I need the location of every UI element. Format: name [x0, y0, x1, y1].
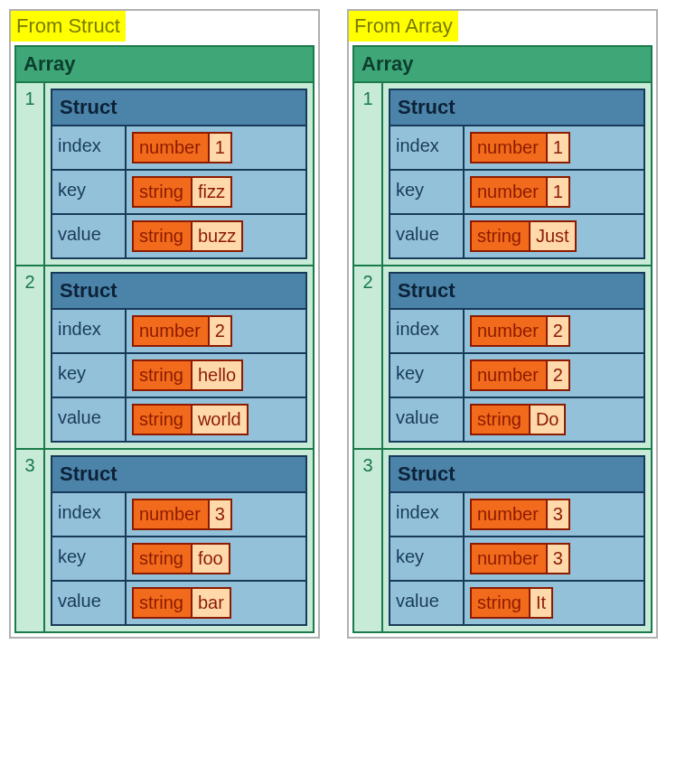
struct-key-label: index: [390, 126, 465, 169]
type-label: number: [472, 178, 546, 206]
struct-row: index number 2: [52, 310, 305, 354]
typed-value: string foo: [132, 543, 230, 574]
value-label: It: [529, 589, 551, 617]
type-label: number: [134, 134, 208, 162]
array-row: 2 Struct index number 2: [16, 266, 313, 450]
type-label: string: [472, 589, 529, 617]
array-index: 3: [16, 450, 45, 631]
array-row: 1 Struct index number 1: [354, 83, 651, 266]
struct-block: Struct index number 1 key: [51, 89, 307, 259]
type-label: string: [472, 406, 529, 434]
struct-row: index number 2: [390, 310, 643, 354]
value-label: 3: [546, 500, 568, 528]
struct-value-cell: string foo: [127, 537, 305, 580]
type-label: string: [134, 222, 191, 250]
array-index: 3: [354, 450, 383, 631]
type-label: number: [472, 545, 546, 573]
struct-row: value string It: [390, 582, 643, 624]
struct-row: key string hello: [52, 354, 305, 398]
struct-value-cell: number 1: [465, 126, 643, 169]
value-label: 2: [546, 317, 568, 345]
typed-value: number 1: [132, 132, 232, 163]
type-label: string: [134, 589, 191, 617]
value-label: bar: [191, 589, 230, 617]
typed-value: number 1: [470, 132, 570, 163]
array-cell: Struct index number 2 key: [45, 266, 313, 448]
struct-value-cell: number 3: [465, 493, 643, 536]
struct-block: Struct index number 3 key: [389, 455, 645, 626]
value-label: 3: [208, 500, 230, 528]
value-label: 3: [546, 545, 568, 573]
array-block: Array 1 Struct index number 1: [352, 45, 653, 633]
struct-block: Struct index number 2 key: [51, 272, 307, 443]
typed-value: number 1: [470, 176, 570, 208]
struct-key-label: key: [52, 354, 127, 397]
struct-key-label: value: [52, 582, 127, 624]
dump-container: From Struct Array 1 Struct index number: [9, 9, 667, 639]
struct-value-cell: string bar: [127, 582, 305, 624]
struct-header: Struct: [390, 274, 643, 310]
array-row: 1 Struct index number 1: [16, 83, 313, 266]
struct-header: Struct: [390, 90, 643, 126]
struct-value-cell: number 3: [127, 493, 305, 536]
struct-value-cell: string Just: [465, 215, 643, 257]
dump-title: From Struct: [11, 11, 126, 42]
type-label: number: [472, 134, 546, 162]
array-cell: Struct index number 1 key: [45, 83, 313, 265]
value-label: foo: [191, 545, 229, 573]
value-label: 2: [208, 317, 230, 345]
type-label: string: [134, 545, 191, 573]
struct-value-cell: number 1: [465, 171, 643, 213]
struct-key-label: value: [52, 215, 127, 257]
struct-row: value string buzz: [52, 215, 305, 257]
typed-value: number 2: [132, 315, 232, 347]
struct-key-label: index: [52, 310, 127, 352]
array-row: 2 Struct index number 2: [354, 266, 651, 450]
typed-value: number 3: [132, 499, 232, 530]
type-label: number: [134, 500, 208, 528]
struct-block: Struct index number 2 key: [389, 272, 645, 443]
type-label: number: [472, 500, 546, 528]
typed-value: string bar: [132, 587, 231, 619]
value-label: 1: [208, 134, 230, 162]
struct-value-cell: number 2: [465, 354, 643, 397]
struct-value-cell: number 1: [127, 126, 305, 169]
array-block: Array 1 Struct index number 1: [14, 45, 315, 633]
type-label: number: [472, 361, 546, 389]
struct-value-cell: string It: [465, 582, 643, 624]
array-index: 2: [16, 266, 45, 448]
struct-key-label: key: [390, 354, 465, 397]
struct-key-label: index: [390, 310, 465, 352]
struct-value-cell: number 2: [465, 310, 643, 352]
array-header: Array: [16, 47, 313, 83]
array-cell: Struct index number 1 key: [383, 83, 651, 265]
typed-value: string hello: [132, 359, 243, 391]
struct-value-cell: string fizz: [127, 171, 305, 213]
struct-header: Struct: [52, 90, 305, 126]
array-cell: Struct index number 3 key: [45, 450, 313, 631]
dump-title: From Array: [349, 11, 458, 42]
array-index: 1: [16, 83, 45, 265]
struct-row: key number 1: [390, 171, 643, 215]
array-index: 2: [354, 266, 383, 448]
typed-value: number 2: [470, 359, 570, 391]
type-label: string: [134, 361, 191, 389]
value-label: hello: [191, 361, 241, 389]
value-label: world: [191, 406, 247, 434]
struct-header: Struct: [52, 274, 305, 310]
typed-value: string world: [132, 404, 249, 435]
struct-block: Struct index number 3 key: [51, 455, 307, 626]
type-label: string: [134, 406, 191, 434]
struct-row: index number 1: [52, 126, 305, 171]
typed-value: string buzz: [132, 220, 243, 252]
typed-value: string It: [470, 587, 553, 619]
struct-value-cell: string hello: [127, 354, 305, 397]
struct-key-label: value: [390, 582, 465, 624]
struct-key-label: key: [390, 171, 465, 213]
typed-value: number 2: [470, 315, 570, 347]
struct-row: value string Just: [390, 215, 643, 257]
struct-key-label: value: [390, 398, 465, 441]
struct-value-cell: string world: [127, 398, 305, 441]
struct-value-cell: number 2: [127, 310, 305, 352]
struct-value-cell: number 3: [465, 537, 643, 580]
